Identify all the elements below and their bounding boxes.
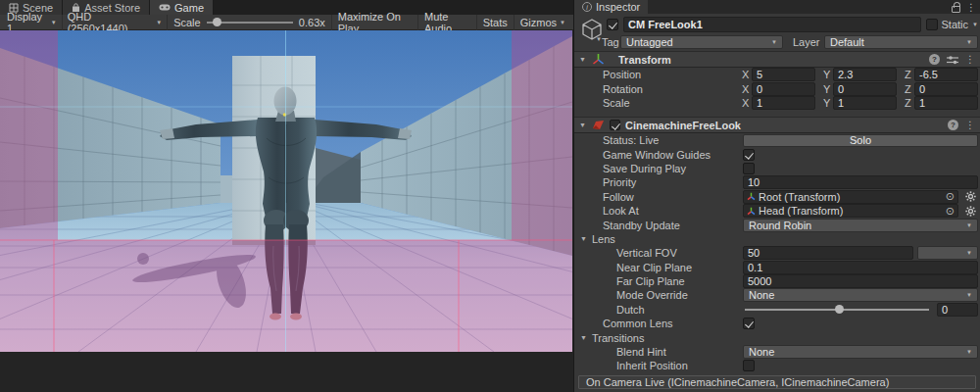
- unity-editor: Scene Asset Store Game Display 1 ▼ QHD (…: [0, 0, 980, 392]
- toolbar-right-buttons: Maximize On Play Mute Audio Stats Gizmos…: [331, 15, 571, 30]
- inspector-panel: i Inspector ⋮ ▼ CM FreeLook1 Static ▼: [573, 0, 980, 392]
- vertical-fov-field[interactable]: 50: [743, 246, 913, 260]
- common-lens-checkbox[interactable]: [743, 318, 755, 329]
- transitions-foldout-row[interactable]: ▼Transitions: [574, 330, 980, 344]
- inherit-position-checkbox[interactable]: [743, 360, 755, 371]
- look-at-row: Look At Head (Transform) ⊙: [574, 204, 980, 218]
- look-at-object-field[interactable]: Head (Transform) ⊙: [743, 204, 958, 218]
- on-camera-live-event-bar[interactable]: On Camera Live (ICinemachineCamera, ICin…: [578, 375, 976, 389]
- layer-dropdown[interactable]: Default▼: [824, 35, 978, 49]
- gameobject-active-checkbox[interactable]: [607, 19, 618, 30]
- blend-hint-row: Blend Hint None▼: [574, 345, 980, 359]
- follow-object-field[interactable]: Root (Transform) ⊙: [743, 190, 958, 204]
- static-label: Static: [942, 19, 969, 30]
- scale-y-field[interactable]: 1: [833, 96, 897, 110]
- position-x-field[interactable]: 5: [752, 68, 815, 81]
- kebab-menu-icon[interactable]: ⋮: [965, 54, 975, 65]
- layer-label: Layer: [793, 36, 824, 48]
- gizmos-dropdown[interactable]: Gizmos ▼: [514, 15, 571, 30]
- dutch-slider-thumb[interactable]: [835, 305, 844, 314]
- cinemachine-title: CinemachineFreeLook: [625, 120, 741, 131]
- mode-override-row: Mode Override None▼: [574, 288, 980, 302]
- foldout-icon[interactable]: ▼: [578, 122, 587, 128]
- far-clip-row: Far Clip Plane 5000: [574, 274, 980, 288]
- common-lens-row: Common Lens: [574, 317, 980, 330]
- gear-icon[interactable]: [962, 191, 978, 202]
- scale-slider[interactable]: [207, 15, 293, 30]
- rotation-row: Rotation X0 Y0 Z0: [574, 81, 980, 95]
- lock-icon[interactable]: [952, 6, 960, 13]
- object-picker-icon[interactable]: ⊙: [942, 190, 955, 203]
- vertical-fov-row: Vertical FOV 50 ▼: [574, 246, 980, 260]
- cinemachine-component: ▼ CinemachineFreeLook ? ⋮ Status: Live S…: [574, 117, 980, 373]
- near-clip-row: Near Clip Plane 0.1: [574, 261, 980, 274]
- tab-inspector[interactable]: i Inspector: [574, 0, 648, 14]
- standby-update-row: Standby Update Round Robin▼: [574, 218, 980, 231]
- foldout-icon[interactable]: ▼: [578, 56, 587, 63]
- help-icon[interactable]: ?: [929, 54, 940, 65]
- transform-component: ▼ Transform ? ⋮ Position: [574, 51, 980, 110]
- status-label: Status: Live: [603, 134, 659, 146]
- scene-3d: [0, 30, 572, 352]
- dutch-slider[interactable]: [743, 303, 931, 317]
- kebab-menu-icon[interactable]: ⋮: [966, 2, 976, 13]
- mode-override-dropdown[interactable]: None▼: [743, 288, 978, 302]
- far-clip-field[interactable]: 5000: [743, 274, 978, 288]
- static-checkbox[interactable]: [926, 19, 938, 30]
- priority-field[interactable]: 10: [743, 175, 978, 189]
- stats-button[interactable]: Stats: [476, 15, 514, 30]
- position-label: Position: [603, 69, 641, 80]
- scale-label: Scale: [168, 17, 207, 28]
- transitions-title: Transitions: [592, 332, 644, 344]
- tab-game[interactable]: Game: [150, 0, 214, 15]
- fov-mode-dropdown[interactable]: ▼: [917, 246, 978, 260]
- standby-update-dropdown[interactable]: Round Robin▼: [743, 219, 978, 232]
- transform-icon: [747, 192, 756, 201]
- dutch-value-field[interactable]: 0: [937, 303, 978, 317]
- rotation-x-field[interactable]: 0: [752, 82, 815, 96]
- scale-x-field[interactable]: 1: [752, 96, 815, 110]
- object-picker-icon[interactable]: ⊙: [942, 205, 955, 218]
- cinemachine-header[interactable]: ▼ CinemachineFreeLook ? ⋮: [574, 117, 980, 133]
- rotation-y-field[interactable]: 0: [833, 82, 897, 96]
- resolution-dropdown[interactable]: QHD (2560x1440) ▼: [63, 15, 168, 30]
- save-during-play-checkbox[interactable]: [743, 163, 755, 174]
- display-dropdown[interactable]: Display 1 ▼: [2, 15, 63, 30]
- lens-foldout-row[interactable]: ▼Lens: [574, 232, 980, 246]
- component-enabled-checkbox[interactable]: [610, 120, 620, 130]
- mute-audio-button[interactable]: Mute Audio: [417, 15, 476, 30]
- save-during-play-row: Save During Play: [574, 162, 980, 175]
- game-toolbar: Display 1 ▼ QHD (2560x1440) ▼ Scale 0.63…: [0, 15, 573, 30]
- near-clip-field[interactable]: 0.1: [743, 261, 978, 274]
- position-z-field[interactable]: -6.5: [914, 68, 978, 81]
- gear-icon[interactable]: [962, 206, 978, 217]
- follow-row: Follow Root (Transform) ⊙: [574, 190, 980, 204]
- gameobject-name-field[interactable]: CM FreeLook1: [623, 17, 921, 32]
- transform-icon: [747, 207, 756, 216]
- chevron-down-icon: ▼: [156, 20, 162, 25]
- info-icon: i: [582, 2, 592, 12]
- game-panel: Scene Asset Store Game Display 1 ▼ QHD (…: [0, 0, 573, 392]
- tab-inspector-label: Inspector: [596, 1, 640, 13]
- position-row: Position X5 Y2.3 Z-6.5: [574, 68, 980, 81]
- solo-button[interactable]: Solo: [743, 134, 978, 147]
- scale-slider-thumb[interactable]: [213, 18, 221, 26]
- rotation-z-field[interactable]: 0: [914, 82, 978, 96]
- maximize-on-play-button[interactable]: Maximize On Play: [331, 15, 417, 30]
- kebab-menu-icon[interactable]: ⋮: [965, 120, 975, 130]
- help-icon[interactable]: ?: [948, 120, 958, 130]
- game-window-guides-checkbox[interactable]: [743, 149, 755, 161]
- game-icon: [159, 3, 171, 12]
- tag-dropdown[interactable]: Untagged▼: [620, 35, 783, 49]
- game-render[interactable]: [0, 30, 572, 352]
- position-y-field[interactable]: 2.3: [833, 68, 897, 81]
- scale-z-field[interactable]: 1: [914, 96, 978, 110]
- dutch-row: Dutch 0: [574, 303, 980, 317]
- presets-icon[interactable]: [947, 55, 958, 65]
- chevron-down-icon: ▼: [51, 20, 57, 25]
- chevron-down-icon: ▼: [560, 20, 565, 25]
- static-dropdown-icon[interactable]: ▼: [972, 22, 978, 27]
- transform-header[interactable]: ▼ Transform ? ⋮: [574, 51, 980, 68]
- blend-hint-dropdown[interactable]: None▼: [743, 345, 978, 359]
- gameobject-header: ▼ CM FreeLook1 Static ▼ Tag Untagged▼ La…: [574, 15, 980, 51]
